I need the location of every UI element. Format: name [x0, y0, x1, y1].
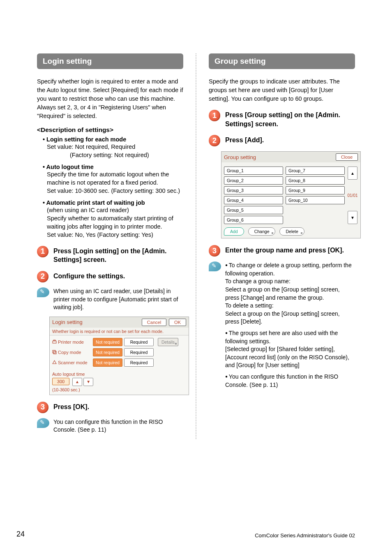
login-dlg-cancel-button[interactable]: Cancel	[142, 319, 166, 326]
printer-notreq-button[interactable]: Not required	[93, 338, 122, 346]
note-icon	[209, 261, 221, 271]
group-item[interactable]: Group_4	[224, 196, 283, 204]
svg-rect-2	[53, 350, 55, 353]
page-number: 24	[16, 530, 25, 539]
bullet-auto-print-d2: Set value: No, Yes (Factory setting: Yes…	[47, 231, 183, 239]
step-3-badge: 3	[37, 402, 48, 413]
bullet-auto-print-d1: Specify whether to automatically start p…	[47, 214, 183, 231]
note-also-used: The groups set here are also used with t…	[225, 329, 355, 370]
login-dlg-ok-button[interactable]: OK	[169, 319, 186, 326]
svg-rect-1	[53, 340, 55, 341]
svg-rect-0	[53, 341, 56, 344]
auto-logout-label: Auto logout time	[52, 372, 186, 377]
group-change-button[interactable]: Change	[248, 227, 276, 236]
r-step-1-badge: 1	[209, 110, 220, 121]
auto-logout-range: (10-3600 sec.)	[52, 387, 186, 392]
logout-up-button[interactable]: ▲	[72, 378, 82, 386]
copy-icon	[52, 350, 57, 354]
scroll-down-button[interactable]: ▼	[348, 211, 357, 224]
printer-mode-label: Printer mode	[52, 340, 91, 345]
login-dlg-sub: Whether login is required or not can be …	[50, 328, 189, 335]
column-divider	[196, 53, 196, 439]
note-riso-console: You can configure this function in the R…	[225, 373, 355, 389]
group-delete-button[interactable]: Delete	[279, 227, 304, 236]
login-intro: Specify whether login is required to ent…	[37, 77, 183, 120]
right-step-1: Press [Group setting] on the [Admin. Set…	[225, 110, 355, 128]
group-dlg-close-button[interactable]: Close	[336, 153, 358, 161]
auto-logout-value[interactable]: 300	[52, 378, 69, 385]
printer-icon	[52, 340, 57, 344]
group-item[interactable]: Group_6	[224, 216, 283, 224]
scanner-icon	[52, 360, 57, 365]
group-dlg-title: Group setting	[224, 154, 256, 160]
step-2-badge: 2	[37, 271, 48, 282]
bullet-login-mode: Login setting for each mode	[43, 136, 183, 143]
left-step-2: Configure the settings.	[53, 271, 125, 281]
bullet-auto-logout-d1: Specify the time for automatic logout wh…	[47, 170, 183, 187]
group-item[interactable]: Group_9	[286, 186, 345, 194]
printer-details-button[interactable]: Details	[158, 338, 178, 346]
group-item[interactable]: Group_7	[286, 166, 345, 175]
bullet-auto-print: Automatic print start of waiting job	[43, 199, 183, 206]
group-setting-heading: Group setting	[209, 53, 355, 69]
bullet-auto-logout-d2: Set value: 10-3600 sec. (Factory setting…	[47, 187, 183, 195]
page-indicator: 01/01	[347, 193, 357, 198]
left-note-2: You can configure this function in the R…	[53, 418, 183, 434]
r-step-2-badge: 2	[209, 135, 220, 146]
login-dlg-title: Login setting	[52, 319, 83, 325]
group-intro: Specify the groups to indicate user attr…	[209, 77, 355, 103]
left-step-1: Press [Login setting] on the [Admin. Set…	[53, 246, 183, 264]
login-setting-dialog: Login setting Cancel OK Whether login is…	[49, 317, 189, 395]
bullet-auto-print-d0: (when using an IC card reader)	[47, 206, 183, 214]
left-step-3: Press [OK].	[53, 402, 89, 412]
logout-down-button[interactable]: ▼	[83, 378, 93, 386]
note-change-delete: To change or delete a group setting, per…	[225, 261, 355, 326]
group-item[interactable]: Group_2	[224, 176, 283, 185]
right-step-3: Enter the group name and press [OK].	[225, 245, 344, 255]
login-setting-heading: Login setting	[37, 53, 183, 69]
note-icon	[37, 418, 49, 428]
desc-of-settings-head: <Description of settings>	[37, 126, 183, 134]
copy-notreq-button[interactable]: Not required	[93, 348, 122, 356]
group-item[interactable]: Group_10	[286, 196, 345, 204]
printer-req-button[interactable]: Required	[124, 338, 154, 346]
right-step-2: Press [Add].	[225, 135, 264, 145]
step-1-badge: 1	[37, 246, 48, 257]
group-setting-dialog: Group setting Close Group_1 Group_2 Grou…	[221, 151, 361, 238]
group-add-button[interactable]: Add	[224, 227, 244, 236]
scanner-notreq-button[interactable]: Not required	[93, 358, 122, 367]
svg-rect-3	[53, 352, 56, 354]
scroll-up-button[interactable]: ▲	[348, 166, 357, 180]
copy-req-button[interactable]: Required	[124, 348, 154, 356]
scanner-req-button[interactable]: Required	[124, 358, 154, 367]
bullet-auto-logout: Auto logout time	[43, 164, 183, 170]
group-item[interactable]: Group_5	[224, 206, 283, 214]
group-item[interactable]: Group_8	[286, 176, 345, 185]
bullet-login-mode-val1: Set value: Not required, Required	[47, 143, 183, 151]
left-note-1: When using an IC card reader, use [Detai…	[53, 287, 183, 312]
r-step-3-badge: 3	[209, 245, 220, 257]
group-item[interactable]: Group_3	[224, 186, 283, 194]
bullet-login-mode-val2: (Factory setting: Not required)	[70, 151, 183, 159]
copy-mode-label: Copy mode	[52, 350, 91, 355]
footer-text: ComColor Series Administrator's Guide 02	[255, 532, 355, 539]
group-item[interactable]: Group_1	[224, 166, 283, 175]
note-icon	[37, 287, 49, 297]
scanner-mode-label: Scanner mode	[52, 360, 91, 365]
